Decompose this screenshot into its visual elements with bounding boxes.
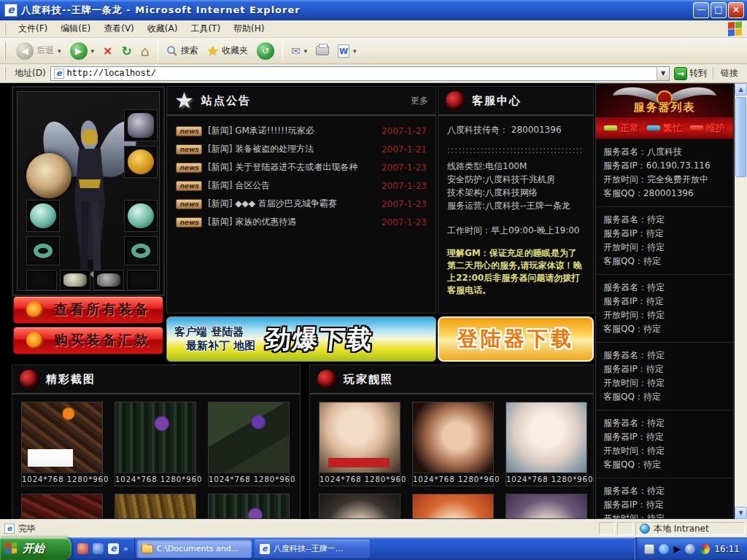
quick-launch-icon-1[interactable] <box>77 543 88 554</box>
maximize-button[interactable]: □ <box>711 2 727 18</box>
buy-equipment-button[interactable]: 购买装备汇款 <box>13 327 163 354</box>
status-busy: 繁忙 <box>647 122 682 135</box>
refresh-button[interactable]: ↻ <box>117 42 136 60</box>
globe-icon <box>640 524 650 534</box>
minimize-button[interactable]: — <box>693 2 709 18</box>
favorites-star-icon: ★ <box>207 43 219 58</box>
server-entry: 服务器名：待定服务器IP：待定 开放时间：待定客服QQ：待定 <box>596 275 733 343</box>
game-screenshot-image <box>209 494 289 519</box>
vertical-scrollbar[interactable]: ▲ ▼ <box>735 83 747 519</box>
search-icon <box>166 45 178 57</box>
photo-thumbnail[interactable]: 747*560 1280*960 <box>412 402 494 486</box>
photo-thumbnail[interactable]: 747*560 1280*960 <box>506 402 587 486</box>
back-button[interactable]: ◀ 后退 ▾ <box>12 41 66 61</box>
news-item[interactable]: news [新闻] GM承诺!!!!!!玩家必 2007-1-27 <box>167 122 436 140</box>
home-button[interactable]: ⌂ <box>136 42 154 60</box>
keyboard-tray-icon[interactable] <box>644 544 654 554</box>
scroll-down-icon[interactable]: ▼ <box>735 507 747 519</box>
news-item[interactable]: news [新闻] 关于登陆器进不去或者出现各种 2007-1-23 <box>167 158 436 176</box>
ie-task-icon: e <box>260 544 270 554</box>
forward-icon: ▶ <box>70 42 88 60</box>
scrollbar-thumb[interactable] <box>735 97 746 177</box>
screenshot-thumbnail[interactable]: 747*560 1280*960 <box>115 402 196 486</box>
server-list-title: 服务器列表 <box>634 101 696 114</box>
print-button[interactable] <box>311 44 333 57</box>
scroll-up-icon[interactable]: ▲ <box>735 83 747 96</box>
screenshot-thumbnail[interactable] <box>115 494 196 519</box>
go-button[interactable]: → 转到 <box>674 67 707 80</box>
stop-button[interactable]: × <box>98 42 117 60</box>
security-zone-pane: 本地 Intranet <box>635 522 745 535</box>
taskbar-item-explorer[interactable]: C:\Documents and... <box>136 540 252 558</box>
ie-app-icon: e <box>4 4 18 17</box>
address-bar: 地址(D) e ▼ → 转到 链接 <box>0 64 747 83</box>
player-photo-image <box>413 402 493 472</box>
launcher-download-banner[interactable]: 登陆器下载 <box>438 316 594 362</box>
equip-slot-boots <box>93 270 124 290</box>
photo-thumbnail[interactable] <box>506 494 587 519</box>
news-item[interactable]: news [新闻] 合区公告 2007-1-23 <box>167 176 436 195</box>
status-pane <box>617 522 633 535</box>
address-input[interactable] <box>67 69 657 79</box>
game-screenshot-image <box>22 402 102 472</box>
screenshot-thumbnail[interactable] <box>208 494 290 519</box>
settings-tray-icon[interactable] <box>685 544 695 554</box>
screenshot-thumbnail[interactable]: 747*560 1280*960 <box>208 402 290 486</box>
more-link[interactable]: 更多 <box>411 95 428 107</box>
history-button[interactable]: ↺ <box>252 41 279 61</box>
screenshots-panel: 精彩截图 747*560 1280*960 747*560 1280*960… <box>12 365 301 519</box>
browser-window: e 八度科技--王牌一条龙 - Microsoft Internet Explo… <box>0 0 747 560</box>
quick-launch-overflow-chevron[interactable]: » <box>123 544 128 553</box>
view-all-equipment-button[interactable]: 查看所有装备 <box>13 296 163 324</box>
forward-button[interactable]: ▶ ▾ <box>66 41 99 61</box>
media-play-tray-icon[interactable]: ▶ <box>673 544 681 554</box>
edit-button[interactable]: W▾ <box>333 43 361 59</box>
page-content: 查看所有装备 购买装备汇款 ★ 站点公告 更多 news [新闻] GM承诺!!… <box>0 83 747 519</box>
news-item[interactable]: news [新闻] 装备被盗的处理方法 2007-1-21 <box>167 140 436 158</box>
quick-launch-icon-2[interactable] <box>93 543 104 554</box>
address-dropdown-icon[interactable]: ▼ <box>657 67 669 80</box>
mail-button[interactable]: ✉▾ <box>287 43 311 59</box>
windows-start-flag-icon <box>6 542 18 555</box>
menu-help[interactable]: 帮助(H) <box>227 20 271 37</box>
equip-slot-medal <box>124 146 158 178</box>
news-item[interactable]: news [新闻] 家族的优惠待遇 2007-1-23 <box>167 213 436 231</box>
close-button[interactable]: × <box>728 2 744 18</box>
player-photo-image <box>320 402 400 472</box>
photo-thumbnail[interactable]: 747*560 1280*960 <box>319 402 400 486</box>
url-box: e ▼ <box>50 66 670 81</box>
title-bar: e 八度科技--王牌一条龙 - Microsoft Internet Explo… <box>0 0 747 20</box>
photo-thumbnail[interactable] <box>319 494 400 519</box>
news-item[interactable]: news [新闻] ◆◆◆ 首届沙巴克城争霸赛 2007-1-23 <box>167 195 436 213</box>
menu-edit[interactable]: 编辑(E) <box>54 20 97 37</box>
search-button[interactable]: 搜索 <box>162 43 203 58</box>
toolbar-grip <box>4 42 7 60</box>
announcements-header: ★ 站点公告 更多 <box>167 87 436 116</box>
news-badge-icon: news <box>176 199 202 209</box>
menu-view[interactable]: 查看(V) <box>97 20 141 37</box>
taskbar-clock[interactable]: 16:11 <box>714 544 740 554</box>
menu-favorites[interactable]: 收藏(A) <box>141 20 185 37</box>
equip-slot-bracelet-right <box>124 200 158 232</box>
start-button[interactable]: 开始 <box>0 537 71 560</box>
taskbar-item-ie[interactable]: e 八度科技--王牌一... <box>255 540 370 558</box>
player-photos-panel: 玩家靓照 747*560 1280*960 747*560 1280*960… <box>309 365 594 519</box>
menu-file[interactable]: 文件(F) <box>12 20 54 37</box>
blue-tray-icon[interactable] <box>659 544 669 554</box>
screenshot-thumbnail[interactable]: 747*560 1280*960 <box>21 402 103 486</box>
menu-bar: 文件(F) 编辑(E) 查看(V) 收藏(A) 工具(T) 帮助(H) <box>0 20 747 38</box>
service-title: 客服中心 <box>472 94 522 108</box>
menu-tools[interactable]: 工具(T) <box>184 20 227 37</box>
quick-launch-ie-icon[interactable]: e <box>108 543 119 554</box>
favorites-button[interactable]: ★ 收藏夹 <box>203 42 252 60</box>
status-pane <box>599 522 615 535</box>
download-banner[interactable]: 客户端 登陆器 最新补丁 地图 劲爆下载 <box>166 316 436 362</box>
red-status-icon <box>690 125 703 131</box>
messenger-tray-icon[interactable] <box>700 544 710 554</box>
screenshot-thumbnail[interactable] <box>21 494 103 519</box>
server-entry: 服务器名：八度科技服务器IP：60.190.73.116 开放时间：完全免费开放… <box>596 139 733 207</box>
photo-thumbnail[interactable] <box>412 494 494 519</box>
links-label[interactable]: 链接 <box>713 67 738 79</box>
status-text: 完毕 <box>18 523 36 535</box>
dotted-divider: ::::::::::::::::::::::::::::::::::::::::… <box>447 145 584 155</box>
